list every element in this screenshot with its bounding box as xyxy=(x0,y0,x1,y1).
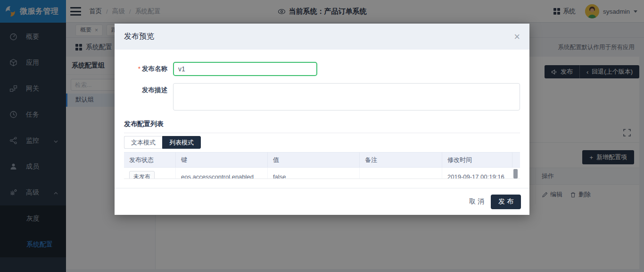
preview-table-header: 发布状态 键 值 备注 修改时间 xyxy=(124,152,520,168)
modal-footer: 取 消 发 布 xyxy=(115,188,529,215)
publish-preview-modal: 发布预览 × *发布名称 发布描述 发布配置列表 文本模式 列表模式 xyxy=(115,24,529,215)
divider xyxy=(124,133,520,133)
close-icon[interactable]: × xyxy=(514,32,520,42)
cell-key: eos.accesscontrol.enabled xyxy=(176,168,268,179)
header-modified: 修改时间 xyxy=(442,153,520,167)
release-desc-input[interactable] xyxy=(173,83,520,110)
cancel-button[interactable]: 取 消 xyxy=(469,197,484,206)
mode-tabs: 文本模式 列表模式 xyxy=(124,136,520,149)
tab-text-mode[interactable]: 文本模式 xyxy=(124,136,162,149)
release-name-input[interactable] xyxy=(173,62,317,76)
header-key: 键 xyxy=(176,153,268,167)
modal-header: 发布预览 × xyxy=(115,24,529,50)
modal-body: *发布名称 发布描述 发布配置列表 文本模式 列表模式 发布状态 键 xyxy=(115,50,529,179)
tab-list-mode[interactable]: 列表模式 xyxy=(162,136,201,149)
table-row: 未发布 eos.accesscontrol.enabled false 2019… xyxy=(124,168,520,179)
release-name-label: *发布名称 xyxy=(124,62,167,76)
confirm-publish-button[interactable]: 发 布 xyxy=(491,195,521,209)
scrollbar-gutter xyxy=(512,153,512,167)
app-root: 微服务管理 首页 / 高级 / 系统配置 当前系统：产品订单系统 系统 xyxy=(0,0,644,272)
required-asterisk: * xyxy=(138,65,140,72)
cell-modified: 2019-09-17 00:19:16 xyxy=(442,168,520,179)
config-list-section-title: 发布配置列表 xyxy=(124,120,520,128)
status-badge: 未发布 xyxy=(129,171,155,179)
header-remark: 备注 xyxy=(360,153,442,167)
preview-table: 发布状态 键 值 备注 修改时间 未发布 eos.accesscontrol.e… xyxy=(124,152,520,179)
header-value: 值 xyxy=(268,153,360,167)
cell-remark xyxy=(360,168,442,179)
release-desc-label: 发布描述 xyxy=(124,83,167,110)
cell-value: false xyxy=(268,168,360,179)
scrollbar-thumb[interactable] xyxy=(513,169,518,178)
modal-title: 发布预览 xyxy=(124,32,154,42)
header-status: 发布状态 xyxy=(124,153,176,167)
